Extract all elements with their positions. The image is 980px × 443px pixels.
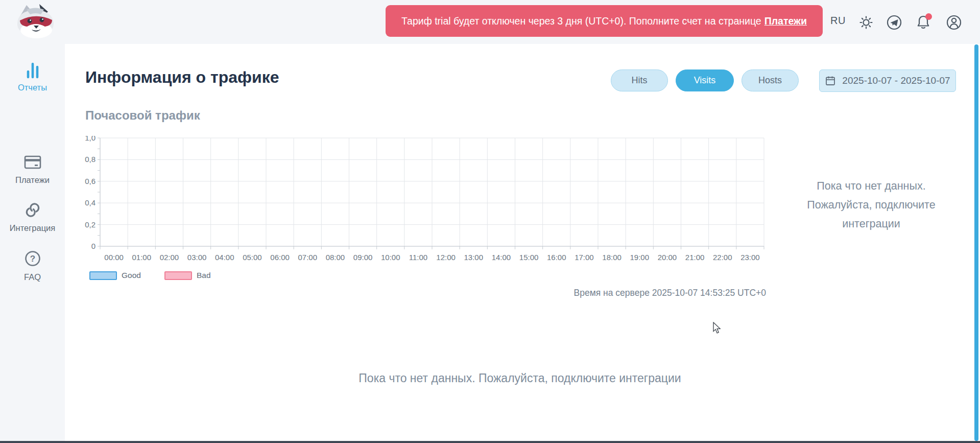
page-title: Информация о трафике <box>85 68 279 87</box>
vertical-scrollbar[interactable] <box>974 44 978 441</box>
svg-text:08:00: 08:00 <box>326 253 345 262</box>
sidebar-item-faq[interactable]: ? FAQ <box>0 249 65 282</box>
svg-text:12:00: 12:00 <box>436 253 456 262</box>
svg-text:0,6: 0,6 <box>85 177 95 185</box>
legend-label-good[interactable]: Good <box>122 271 141 280</box>
credit-card-icon <box>22 153 43 172</box>
svg-text:13:00: 13:00 <box>464 253 483 262</box>
sidebar-item-label: Интеграция <box>0 223 65 233</box>
sidebar-item-payments[interactable]: Платежи <box>0 153 65 185</box>
legend-swatch-good[interactable] <box>89 271 117 280</box>
svg-text:0,8: 0,8 <box>85 155 95 164</box>
hourly-traffic-chart: 1,00,80,60,40,2000:0001:0002:0003:0004:0… <box>76 136 773 266</box>
legend-label-bad[interactable]: Bad <box>197 271 211 280</box>
question-icon: ? <box>22 249 43 269</box>
sidebar-item-label: Платежи <box>0 175 65 185</box>
svg-text:11:00: 11:00 <box>409 253 427 262</box>
visits-button[interactable]: Visits <box>676 69 734 91</box>
calendar-icon <box>825 75 836 86</box>
svg-text:15:00: 15:00 <box>519 253 539 262</box>
svg-text:0: 0 <box>91 242 95 250</box>
svg-text:0,4: 0,4 <box>85 198 95 207</box>
sidebar-item-integration[interactable]: Интеграция <box>0 200 65 233</box>
svg-text:23:00: 23:00 <box>740 253 760 262</box>
sidebar-item-label: FAQ <box>0 272 65 282</box>
language-switcher[interactable]: RU <box>830 15 846 27</box>
date-range-value: 2025-10-07 - 2025-10-07 <box>842 75 950 86</box>
svg-text:03:00: 03:00 <box>187 253 207 262</box>
hits-button[interactable]: Hits <box>611 69 668 91</box>
svg-text:09:00: 09:00 <box>353 253 373 262</box>
svg-text:17:00: 17:00 <box>575 253 594 262</box>
hosts-button[interactable]: Hosts <box>742 69 799 91</box>
svg-text:22:00: 22:00 <box>713 253 732 262</box>
svg-text:?: ? <box>30 254 35 264</box>
section-title-hourly-traffic: Почасовой трафик <box>85 108 200 123</box>
chart-legend: Good Bad <box>89 271 211 280</box>
svg-text:20:00: 20:00 <box>658 253 677 262</box>
link-icon <box>22 200 43 220</box>
theme-sun-icon[interactable] <box>857 13 875 31</box>
svg-text:00:00: 00:00 <box>104 253 124 262</box>
svg-text:16:00: 16:00 <box>547 253 566 262</box>
svg-text:05:00: 05:00 <box>243 253 262 262</box>
svg-text:01:00: 01:00 <box>132 253 151 262</box>
sidebar-item-reports[interactable]: Отчеты <box>0 61 65 92</box>
svg-text:07:00: 07:00 <box>298 253 317 262</box>
app-logo-raccoon[interactable] <box>11 2 60 41</box>
legend-swatch-bad[interactable] <box>164 271 192 280</box>
page-empty-message: Пока что нет данных. Пожалуйста, подключ… <box>65 371 975 385</box>
svg-text:21:00: 21:00 <box>685 253 705 262</box>
notifications-bell-icon[interactable] <box>914 13 934 31</box>
svg-text:14:00: 14:00 <box>492 253 511 262</box>
sidebar-item-label: Отчеты <box>0 83 65 92</box>
svg-text:10:00: 10:00 <box>381 253 400 262</box>
top-header: Тариф trial будет отключен через 3 дня (… <box>0 0 980 44</box>
banner-text: Тариф trial будет отключен через 3 дня (… <box>401 15 761 27</box>
svg-text:1,0: 1,0 <box>85 136 95 142</box>
telegram-icon[interactable] <box>886 13 903 31</box>
window-bottom-edge <box>0 441 980 443</box>
profile-icon[interactable] <box>945 13 963 31</box>
banner-payments-link[interactable]: Платежи <box>764 15 807 27</box>
chart-empty-message: Пока что нет данных. Пожалуйста, подключ… <box>784 177 958 234</box>
bar-chart-icon <box>22 61 43 79</box>
mouse-cursor <box>713 322 722 334</box>
svg-text:0,2: 0,2 <box>85 220 95 229</box>
sidebar: Отчеты Платежи Интеграция ? FAQ <box>0 44 65 441</box>
svg-text:06:00: 06:00 <box>270 253 290 262</box>
svg-text:02:00: 02:00 <box>160 253 179 262</box>
svg-text:18:00: 18:00 <box>602 253 622 262</box>
server-time-label: Время на сервере 2025-10-07 14:53:25 UTC… <box>562 288 766 298</box>
notification-dot <box>925 13 932 20</box>
svg-text:04:00: 04:00 <box>215 253 234 262</box>
svg-text:19:00: 19:00 <box>630 253 649 262</box>
date-range-picker[interactable]: 2025-10-07 - 2025-10-07 <box>819 69 956 92</box>
trial-warning-banner: Тариф trial будет отключен через 3 дня (… <box>386 5 823 37</box>
